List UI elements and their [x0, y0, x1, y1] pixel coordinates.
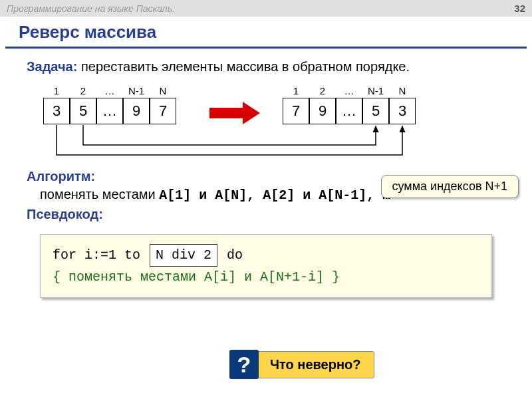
code-line-2: { поменять местами A[i] и A[N+1-i] } [53, 267, 479, 288]
task-label: Задача: [27, 59, 77, 74]
cell: 9 [123, 98, 150, 124]
breadcrumb: Программирование на языке Паскаль. [7, 3, 175, 14]
cell: … [336, 98, 362, 124]
tooltip-sum-indices: сумма индексов N+1 [381, 175, 519, 198]
idx: … [336, 85, 362, 96]
question-mark-icon: ? [229, 350, 259, 379]
code-text: do [219, 247, 243, 263]
code-block: for i:=1 to N div 2 do { поменять местам… [40, 234, 492, 298]
cell: 9 [309, 98, 336, 124]
transform-arrow-icon [209, 104, 263, 122]
content: Задача: переставить элементы массива в о… [0, 58, 532, 298]
question-callout: ? Что неверно? [229, 350, 374, 379]
idx: … [96, 85, 123, 96]
code-insert-box: N div 2 [150, 244, 217, 267]
idx: 1 [283, 85, 309, 96]
idx: 2 [309, 85, 336, 96]
array-left: 1 2 … N-1 N 3 5 … 9 7 [43, 85, 176, 124]
cell: 3 [389, 98, 416, 124]
cell: 3 [43, 98, 70, 124]
alg-prefix: поменять местами [40, 187, 159, 201]
question-text: Что неверно? [249, 351, 374, 378]
idx: N [389, 85, 416, 96]
array-right: 1 2 … N-1 N 7 9 … 5 3 [283, 85, 416, 124]
page-title: Реверс массива [5, 17, 527, 49]
cell: 5 [362, 98, 389, 124]
algorithm-text: поменять местами A[1] и A[N], A[2] и A[N… [40, 187, 512, 203]
cell: 7 [283, 98, 309, 124]
task: Задача: переставить элементы массива в о… [20, 58, 512, 76]
cell: 7 [150, 98, 176, 124]
pseudocode-label: Псевдокод: [27, 207, 512, 222]
idx: N-1 [123, 85, 150, 96]
cell: 5 [70, 98, 96, 124]
top-bar: Программирование на языке Паскаль. 32 [0, 0, 532, 17]
idx: N-1 [362, 85, 389, 96]
arrays-diagram: 1 2 … N-1 N 3 5 … 9 7 1 2 … N-1 [27, 85, 512, 165]
alg-pairs: A[1] и A[N], A[2] и A[N-1], … [159, 188, 390, 203]
page-number: 32 [514, 3, 525, 14]
code-line-1: for i:=1 to N div 2 do [53, 244, 479, 267]
idx: N [150, 85, 176, 96]
cell: … [96, 98, 123, 124]
idx: 1 [43, 85, 70, 96]
task-text: переставить элементы массива в обратном … [81, 59, 410, 74]
code-text: for i:=1 to [53, 247, 148, 263]
idx: 2 [70, 85, 96, 96]
